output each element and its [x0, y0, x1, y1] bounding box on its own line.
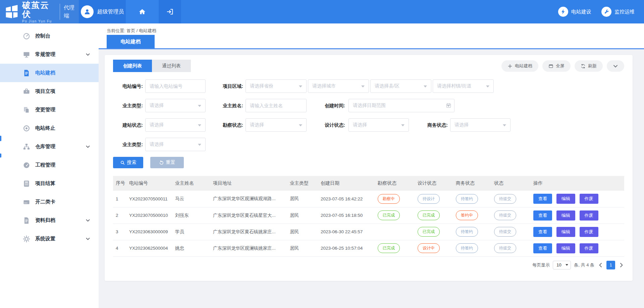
station-code-input[interactable] [145, 79, 206, 93]
city-select[interactable]: 请选择城市 [308, 79, 369, 93]
table-row: 3 YX2023063000009 学员 广东深圳龙华区黄石镇姚家庄... 居民… [113, 224, 624, 240]
tab-create-list[interactable]: 创建列表 [113, 60, 152, 72]
status-badge: 待设计 [418, 194, 440, 204]
sidebar-item-project-settlement[interactable]: 项目结算 [0, 174, 99, 193]
brand-title: 破茧云伏 [22, 1, 56, 19]
province-select[interactable]: 请选择省份 [246, 79, 307, 93]
logout-button[interactable] [159, 0, 181, 23]
sidebar-item-label: 开二类卡 [35, 199, 55, 205]
filter-row-2: 业主类型: 请选择 业主姓名: 创建时间: 请选择日期范围 [113, 99, 624, 112]
design-status-select[interactable]: 请选择 [348, 118, 409, 132]
scroll-indicator [0, 136, 1, 141]
refresh-button[interactable]: 刷新 [575, 60, 603, 72]
fullscreen-button[interactable]: 全屏 [542, 60, 571, 72]
sidebar-item-station-archive[interactable]: 电站建档 [0, 64, 99, 82]
sidebar-item-type2-card[interactable]: 开二类卡 [0, 193, 99, 211]
sidebar-item-project-initiation[interactable]: 项目立项 [0, 82, 99, 101]
per-page-select[interactable]: 10 [553, 261, 571, 269]
sidebar-item-warehouse-mgmt[interactable]: 仓库管理 [0, 137, 99, 156]
calendar-icon [446, 103, 621, 108]
invalidate-button[interactable]: 作废 [580, 227, 598, 237]
view-button[interactable]: 查看 [533, 194, 552, 204]
document-icon [23, 69, 30, 77]
sidebar-item-general-mgmt[interactable]: 常规管理 [0, 45, 99, 64]
refresh-icon [581, 64, 586, 69]
collapse-toolbar-button[interactable] [607, 60, 624, 72]
view-button[interactable]: 查看 [533, 227, 552, 237]
status-badge: 待签约 [456, 227, 478, 237]
plus-icon [507, 64, 513, 69]
owner-type2-label: 业主类型: [113, 138, 143, 151]
county-select[interactable]: 请选择县/区 [370, 79, 431, 93]
breadcrumb-bar: 当前位置: 首页 / 电站建档 电站建档 [99, 23, 644, 49]
chevron-down-icon [86, 53, 90, 56]
main-panel: 创建列表 通过列表 电站建档 全屏 [105, 55, 633, 281]
sidebar-item-label: 变更管理 [35, 107, 55, 113]
sitemap-icon [23, 143, 30, 150]
reset-button[interactable]: 重置 [150, 157, 184, 168]
survey-status-label: 勘察状态: [214, 118, 243, 132]
edit-button[interactable]: 编辑 [556, 210, 575, 221]
design-status-label: 设计状态: [318, 118, 345, 132]
brand-tag: 代理端 [60, 4, 79, 20]
search-button[interactable]: 搜索 [113, 157, 143, 168]
list-tabs-row: 创建列表 通过列表 电站建档 全屏 [113, 60, 624, 72]
col-survey-status: 勘察状态 [375, 176, 415, 191]
owner-name-input[interactable] [246, 99, 307, 112]
app-header: 破茧云伏 Po Jian Yun Fu 代理端 超级管理员 [0, 0, 644, 23]
gear-icon [23, 235, 30, 243]
view-button[interactable]: 查看 [533, 243, 552, 253]
search-icon [120, 160, 125, 165]
sidebar-item-change-mgmt[interactable]: 变更管理 [0, 101, 99, 119]
page-number-1[interactable]: 1 [606, 261, 615, 269]
date-range-picker[interactable]: 请选择日期范围 [348, 99, 454, 112]
username-label: 超级管理员 [97, 8, 124, 15]
chevron-down-icon [86, 145, 90, 148]
col-owner-name: 业主姓名 [172, 176, 210, 191]
view-button[interactable]: 查看 [533, 210, 552, 221]
filter-row-1: 电站编号: 项目区域: 请选择省份 请选择城市 请选择县/区 请选择村镇/街道 [113, 79, 624, 93]
page-tab-station-archive[interactable]: 电站建档 [107, 35, 155, 48]
tab-passed-list[interactable]: 通过列表 [152, 60, 191, 72]
next-page-button[interactable] [618, 261, 624, 269]
status-badge: 待提交 [494, 227, 516, 237]
edit-button[interactable]: 编辑 [556, 194, 575, 204]
status-badge: 勘察中 [378, 194, 400, 204]
invalidate-button[interactable]: 作废 [580, 210, 598, 221]
col-operations: 操作 [531, 176, 624, 191]
survey-status-select[interactable]: 请选择 [246, 118, 307, 132]
sidebar-item-system-settings[interactable]: 系统设置 [0, 230, 99, 248]
sidebar-item-engineering-mgmt[interactable]: 工程管理 [0, 156, 99, 174]
status-badge: 已完成 [418, 227, 440, 237]
nav-monitor-ops[interactable]: 监控运维 [601, 7, 635, 17]
status-badge: 已完成 [378, 210, 400, 220]
table-row: 4 YX2023062500004 姚忠 广东深圳龙华区观澜镇姚家庄... 居民… [113, 240, 624, 256]
user-menu[interactable]: 超级管理员 [79, 0, 126, 23]
prev-page-button[interactable] [597, 261, 603, 269]
home-button[interactable] [126, 0, 159, 23]
invalidate-button[interactable]: 作废 [580, 243, 598, 253]
nav-station-build[interactable]: 电站建设 [558, 7, 591, 17]
owner-name-label: 业主姓名: [214, 99, 243, 112]
edit-button[interactable]: 编辑 [556, 227, 575, 237]
business-status-select[interactable]: 请选择 [450, 118, 511, 132]
region-label: 项目区域: [214, 79, 243, 93]
owner-type-select[interactable]: 请选择 [145, 99, 206, 112]
status-badge: 已完成 [378, 243, 400, 253]
home-icon [139, 8, 146, 15]
village-select[interactable]: 请选择村镇/街道 [433, 79, 494, 93]
build-status-select[interactable]: 请选择 [145, 118, 206, 132]
user-avatar-icon [81, 5, 94, 18]
sidebar-item-console[interactable]: 控制台 [0, 27, 99, 45]
owner-type2-select[interactable]: 请选择 [145, 138, 206, 151]
sidebar-item-label: 控制台 [35, 33, 50, 39]
breadcrumb-path[interactable]: 首页 / 电站建档 [126, 28, 156, 33]
create-station-button[interactable]: 电站建档 [501, 60, 538, 72]
sidebar-item-data-archive[interactable]: 资料归档 [0, 211, 99, 230]
edit-button[interactable]: 编辑 [556, 243, 575, 253]
col-address: 项目地址 [210, 176, 287, 191]
status-badge [378, 230, 400, 233]
col-owner-type: 业主类型 [287, 176, 318, 191]
sidebar-item-station-termination[interactable]: 电站终止 [0, 119, 99, 137]
invalidate-button[interactable]: 作废 [580, 194, 598, 204]
